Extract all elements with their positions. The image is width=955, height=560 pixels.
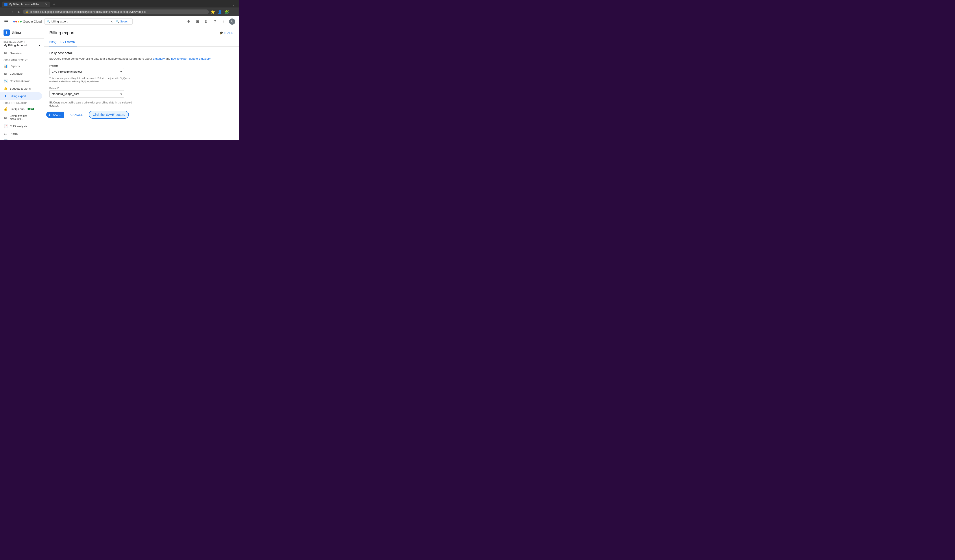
hamburger-line xyxy=(5,21,8,22)
export-note: BigQuery export will create a table with… xyxy=(49,101,133,107)
search-button[interactable]: 🔍 Search xyxy=(114,19,130,23)
notifications-btn[interactable]: ⚙ xyxy=(185,18,192,25)
billing-account-section: Billing account My Billing Account ▾ xyxy=(0,39,44,49)
learn-icon: 🎓 xyxy=(219,31,223,34)
bigquery-link[interactable]: BigQuery xyxy=(153,57,166,60)
header-right: ⚙ ⊞ 🖥 ? ⋮ U xyxy=(185,18,235,25)
screen-btn[interactable]: 🖥 xyxy=(203,18,210,25)
form-helper-text: This is where your billing data will be … xyxy=(49,76,133,83)
sidebar: $ Billing Billing account My Billing Acc… xyxy=(0,27,44,140)
projects-select[interactable]: C4C Project(c4c:project- xyxy=(49,68,124,75)
bigquery-link-text: BigQuery xyxy=(153,57,165,60)
sidebar-item-label: Budgets & alerts xyxy=(10,87,31,90)
search-bar[interactable]: 🔍 ✕ 🔍 Search xyxy=(44,18,133,25)
content-header: Billing export 🎓 LEARN xyxy=(44,27,239,38)
back-btn[interactable]: ← xyxy=(2,9,8,15)
sidebar-item-cost-breakdown[interactable]: 📉 Cost breakdown xyxy=(0,77,42,85)
sidebar-item-label: Reports xyxy=(10,64,20,68)
section-title: Daily cost detail xyxy=(49,51,233,55)
search-icon: 🔍 xyxy=(47,20,50,23)
sidebar-item-overview[interactable]: ⊞ Overview xyxy=(0,49,42,57)
sidebar-item-label: FinOps hub xyxy=(10,108,25,111)
sidebar-item-cost-table[interactable]: ⊟ Cost table xyxy=(0,70,42,77)
projects-select-wrapper: C4C Project(c4c:project- ▾ xyxy=(49,68,124,75)
new-tab-btn[interactable]: + xyxy=(51,1,57,8)
tooltip-text: Click the 'SAVE' button. xyxy=(93,113,125,117)
dataset-select[interactable]: standard_usage_cost xyxy=(49,90,124,98)
more-options-btn[interactable]: ⋮ xyxy=(220,18,227,25)
tab-bigquery-export[interactable]: BIGQUERY EXPORT xyxy=(49,38,77,47)
sidebar-item-label: Pricing xyxy=(10,132,19,136)
new-badge: NEW xyxy=(28,108,34,110)
tab-bar: BIGQUERY EXPORT xyxy=(44,38,239,47)
dataset-form-group: Dataset * standard_usage_cost ▾ xyxy=(49,87,124,98)
projects-form-group: Projects C4C Project(c4c:project- ▾ xyxy=(49,64,124,75)
sidebar-item-label: Cost estimation xyxy=(10,140,30,140)
search-clear-btn[interactable]: ✕ xyxy=(110,20,113,23)
hamburger-line xyxy=(5,20,8,20)
billing-account-label: Billing account xyxy=(3,41,40,43)
sidebar-item-label: Committed use discounts... xyxy=(10,114,39,121)
step-indicator: 3 xyxy=(46,112,52,118)
extensions-btn[interactable]: 🧩 xyxy=(224,9,230,15)
tab-title: My Billing Account – Billing e... xyxy=(9,3,44,6)
browser-toolbar: ← → ↻ 🔒 console.cloud.google.com/billing… xyxy=(0,8,239,16)
cud-analysis-icon: 📈 xyxy=(3,124,8,128)
sidebar-item-budgets-alerts[interactable]: 🔔 Budgets & alerts xyxy=(0,85,42,92)
finops-hub-icon: 💰 xyxy=(3,107,8,111)
search-btn-label: Search xyxy=(120,20,129,23)
logo-dot-red xyxy=(16,21,17,22)
page-title: Billing export xyxy=(49,30,75,36)
tab-close-btn[interactable]: ✕ xyxy=(45,3,48,6)
app-body: $ Billing Billing account My Billing Acc… xyxy=(0,27,239,140)
cancel-button[interactable]: CANCEL xyxy=(67,112,86,118)
more-btn[interactable]: ⋮ xyxy=(231,9,237,15)
billing-export-icon: ⬇ xyxy=(3,94,8,98)
help-btn[interactable]: ? xyxy=(211,18,219,25)
logo-dot-yellow xyxy=(17,21,19,22)
budgets-alerts-icon: 🔔 xyxy=(3,86,8,90)
browser-tab[interactable]: My Billing Account – Billing e... ✕ xyxy=(2,2,50,7)
profile-btn[interactable]: 👤 xyxy=(217,9,223,15)
and-text: and xyxy=(166,57,171,60)
tab-bar: My Billing Account – Billing e... ✕ + ⌄ xyxy=(0,0,239,8)
reports-icon: 📊 xyxy=(3,64,8,68)
learn-link[interactable]: 🎓 LEARN xyxy=(219,31,233,34)
sidebar-item-pricing[interactable]: 🏷 Pricing xyxy=(0,130,42,137)
minimize-btn[interactable]: ⌄ xyxy=(230,2,237,6)
howto-link[interactable]: how to export data to BigQuery xyxy=(171,57,211,60)
sidebar-item-billing-export[interactable]: ⬇ Billing export xyxy=(0,92,42,100)
sidebar-item-label: Billing export xyxy=(10,94,26,98)
section-desc: BigQuery export sends your billing data … xyxy=(49,56,233,61)
billing-account-selector[interactable]: My Billing Account ▾ xyxy=(3,44,40,47)
pricing-icon: 🏷 xyxy=(3,132,8,136)
sidebar-item-label: Overview xyxy=(10,51,22,55)
sidebar-item-committed-use[interactable]: ⊟ Committed use discounts... xyxy=(0,113,42,122)
grid-btn[interactable]: ⊞ xyxy=(194,18,201,25)
main-content: Billing export 🎓 LEARN BIGQUERY EXPORT D… xyxy=(44,27,239,140)
sidebar-item-reports[interactable]: 📊 Reports xyxy=(0,62,42,70)
content-body: Daily cost detail BigQuery export sends … xyxy=(44,47,239,123)
sidebar-item-finops-hub[interactable]: 💰 FinOps hub NEW xyxy=(0,105,42,113)
search-input[interactable] xyxy=(52,20,109,23)
cancel-label: CANCEL xyxy=(70,113,83,117)
section-desc-text: BigQuery export sends your billing data … xyxy=(49,57,152,60)
address-text: console.cloud.google.com/billing//export… xyxy=(30,10,206,13)
forward-btn[interactable]: → xyxy=(9,9,15,15)
overview-icon: ⊞ xyxy=(3,51,8,55)
tab-favicon xyxy=(5,3,8,6)
address-bar[interactable]: 🔒 console.cloud.google.com/billing//expo… xyxy=(23,9,209,14)
billing-account-name: My Billing Account xyxy=(3,44,27,47)
google-cloud-text: Google Cloud xyxy=(23,20,42,23)
user-avatar[interactable]: U xyxy=(229,19,235,25)
bookmark-btn[interactable]: ⭐ xyxy=(210,9,216,15)
sidebar-item-label: Cost breakdown xyxy=(10,80,30,83)
logo-colors xyxy=(13,21,22,22)
refresh-btn[interactable]: ↻ xyxy=(16,9,22,15)
browser-window: My Billing Account – Billing e... ✕ + ⌄ … xyxy=(0,0,239,16)
sidebar-item-cud-analysis[interactable]: 📈 CUD analysis xyxy=(0,122,42,130)
sidebar-item-cost-estimation[interactable]: 🔢 Cost estimation xyxy=(0,137,42,140)
save-label: SAVE xyxy=(53,113,61,117)
hamburger-menu-btn[interactable] xyxy=(3,18,11,25)
sidebar-item-label: CUD analysis xyxy=(10,125,27,128)
